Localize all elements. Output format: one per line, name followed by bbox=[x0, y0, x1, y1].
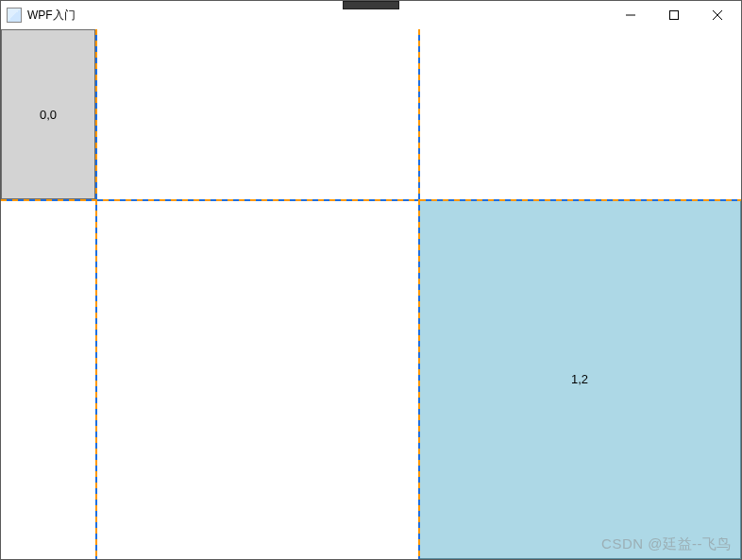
close-icon bbox=[713, 10, 722, 20]
cell-label: 1,2 bbox=[571, 372, 588, 386]
minimize-button[interactable] bbox=[609, 1, 652, 29]
window-controls bbox=[609, 1, 739, 29]
wpf-grid: 0,0 1,2 bbox=[1, 29, 741, 559]
close-button[interactable] bbox=[696, 1, 739, 29]
window-title: WPF入门 bbox=[27, 8, 76, 24]
svg-rect-1 bbox=[670, 11, 679, 20]
grid-cell-1-2: 1,2 bbox=[418, 199, 741, 559]
app-icon bbox=[7, 8, 22, 23]
debug-handle[interactable] bbox=[343, 1, 399, 9]
maximize-icon bbox=[669, 10, 679, 20]
title-bar-left: WPF入门 bbox=[7, 8, 76, 24]
title-bar[interactable]: WPF入门 bbox=[1, 1, 741, 29]
app-window: WPF入门 0,0 1,2 CSDN bbox=[0, 0, 742, 560]
minimize-icon bbox=[626, 10, 635, 20]
maximize-button[interactable] bbox=[652, 1, 696, 29]
grid-cell-0-0: 0,0 bbox=[1, 29, 95, 199]
cell-label: 0,0 bbox=[40, 108, 57, 122]
client-area: 0,0 1,2 CSDN @廷益--飞鸟 bbox=[1, 29, 741, 559]
